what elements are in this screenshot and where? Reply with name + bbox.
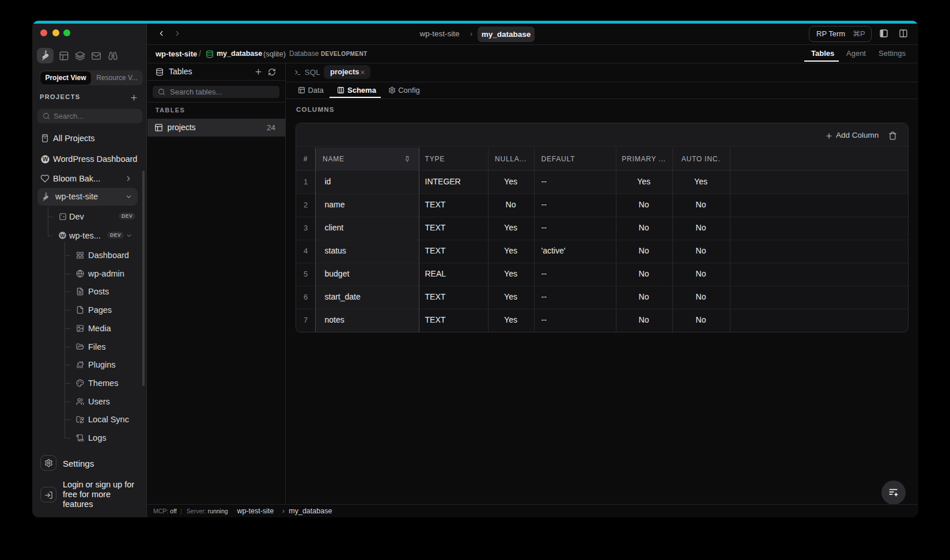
svg-text:W: W (60, 233, 65, 239)
svg-text:W: W (43, 156, 48, 162)
